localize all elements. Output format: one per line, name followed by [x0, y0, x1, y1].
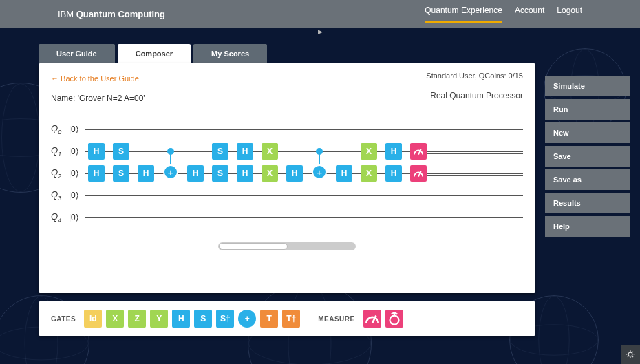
brand: IBM Quantum Computing [58, 9, 165, 19]
qubit-row-4: Q4|0⟩ [51, 206, 523, 228]
ket-label: |0⟩ [69, 191, 84, 200]
h-gate[interactable]: H [286, 165, 303, 182]
results-button[interactable]: Results [545, 193, 630, 213]
ket-label: |0⟩ [69, 147, 84, 156]
bug-report-button[interactable] [621, 345, 640, 364]
h-gate[interactable]: H [88, 143, 105, 160]
qubit-label: Q1 [51, 145, 69, 158]
arrow-left-icon: ← [51, 74, 58, 83]
s-gate[interactable]: S [212, 143, 228, 160]
simulate-button[interactable]: Simulate [545, 76, 630, 96]
y-gate[interactable]: Y [150, 310, 168, 328]
back-link[interactable]: ← Back to the User Guide [51, 74, 139, 83]
back-link-text: Back to the User Guide [61, 74, 139, 83]
save-as-button[interactable]: Save as [545, 169, 630, 190]
t-gate[interactable]: T [260, 310, 278, 328]
qubit-row-0: Q0|0⟩ [51, 118, 523, 140]
qubit-row-3: Q3|0⟩ [51, 184, 523, 206]
s-gate[interactable]: S [113, 143, 129, 160]
h-gate[interactable]: H [237, 165, 253, 182]
h-gate[interactable]: H [385, 143, 402, 160]
qubit-row-1: Q1|0⟩HSSHXXH [51, 140, 523, 162]
bug-icon [626, 350, 635, 359]
ket-label: |0⟩ [69, 125, 84, 134]
z-gate[interactable]: Z [128, 310, 146, 328]
nav-logout[interactable]: Logout [557, 6, 582, 23]
sdg-gate[interactable]: S† [216, 310, 234, 328]
h-gate[interactable]: H [385, 165, 402, 182]
cnot-gate[interactable]: + [238, 310, 256, 328]
x-gate[interactable]: X [262, 143, 278, 160]
measure-z[interactable] [363, 310, 381, 328]
h-gate[interactable]: H [237, 143, 253, 160]
x-gate[interactable]: X [262, 165, 278, 182]
expand-toggle-icon[interactable]: ▶ [0, 28, 640, 36]
gates-label: GATES [51, 315, 76, 323]
s-gate[interactable]: S [212, 165, 228, 182]
h-gate[interactable]: H [138, 165, 154, 182]
qubit-label: Q4 [51, 211, 69, 224]
h-gate[interactable]: H [88, 165, 105, 182]
cnot-target[interactable]: + [163, 164, 178, 180]
s-gate[interactable]: S [194, 310, 212, 328]
nav-quantum-experience[interactable]: Quantum Experience [425, 6, 502, 23]
ket-label: |0⟩ [69, 213, 84, 222]
name-value[interactable]: 'Grover N=2 A=00' [78, 94, 145, 103]
qubit-label: Q0 [51, 123, 69, 136]
qubit-row-2: Q2|0⟩HSH+HSHXH+HXH [51, 162, 523, 184]
cnot-target[interactable]: + [312, 164, 327, 180]
h-gate[interactable]: H [187, 165, 204, 182]
h-gate[interactable]: H [336, 165, 352, 182]
gate-palette: GATESIdXZYHSS†+TT†MEASURE [39, 301, 535, 336]
qubit-label: Q3 [51, 189, 69, 202]
classical-wire [427, 151, 523, 152]
circuit-canvas[interactable]: Q0|0⟩Q1|0⟩HSSHXXHQ2|0⟩HSH+HSHXH+HXHQ3|0⟩… [51, 118, 523, 228]
x-gate[interactable]: X [106, 310, 124, 328]
svg-point-0 [390, 316, 398, 325]
measure-gate[interactable] [410, 165, 427, 182]
nav-account[interactable]: Account [515, 6, 544, 23]
measure-bloch[interactable] [385, 310, 403, 328]
x-gate[interactable]: X [361, 143, 377, 160]
action-sidebar: SimulateRunNewSaveSave asResultsHelp [545, 76, 630, 237]
name-label: Name: [51, 94, 78, 103]
x-gate[interactable]: X [361, 165, 377, 182]
ket-label: |0⟩ [69, 169, 84, 178]
save-button[interactable]: Save [545, 146, 630, 167]
measure-label: MEASURE [318, 315, 355, 323]
svg-point-1 [628, 352, 632, 356]
new-button[interactable]: New [545, 122, 630, 143]
brand-main: Quantum Computing [76, 9, 165, 19]
tdg-gate[interactable]: T† [282, 310, 300, 328]
classical-wire [427, 173, 523, 174]
help-button[interactable]: Help [545, 216, 630, 237]
processor-label: Real Quantum Processor [430, 91, 523, 100]
id-gate[interactable]: Id [84, 310, 102, 328]
composer-panel: ← Back to the User Guide Standard User, … [39, 63, 535, 293]
top-nav: Quantum ExperienceAccountLogout [425, 6, 582, 23]
measure-gate[interactable] [410, 143, 427, 160]
tabs: User GuideComposerMy Scores [39, 44, 640, 63]
s-gate[interactable]: S [113, 165, 129, 182]
brand-prefix: IBM [58, 9, 76, 19]
scroll-thumb[interactable] [219, 243, 288, 250]
tab-composer[interactable]: Composer [118, 44, 191, 63]
circuit-scrollbar[interactable] [218, 242, 356, 250]
qubit-label: Q2 [51, 167, 69, 180]
run-button[interactable]: Run [545, 99, 630, 120]
h-gate[interactable]: H [172, 310, 190, 328]
tab-user-guide[interactable]: User Guide [39, 44, 115, 63]
top-bar: IBM Quantum Computing Quantum Experience… [0, 0, 640, 28]
user-info: Standard User, QCoins: 0/15 [426, 72, 523, 80]
tab-my-scores[interactable]: My Scores [193, 44, 267, 63]
